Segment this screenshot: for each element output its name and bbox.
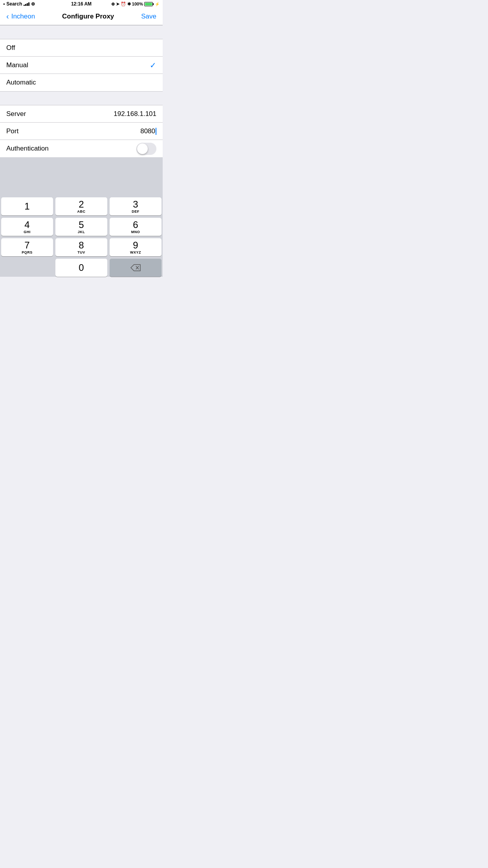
auth-label: Authentication xyxy=(6,145,49,153)
keyboard-row-1: 1 2 ABC 3 DEF xyxy=(1,197,161,215)
key-4-letters: GHI xyxy=(24,230,31,234)
key-6-number: 6 xyxy=(133,220,138,230)
server-label: Server xyxy=(6,110,26,118)
back-chevron-icon: ‹ xyxy=(6,12,9,21)
battery-icon xyxy=(144,2,154,6)
signal-bars xyxy=(24,2,29,6)
key-2-letters: ABC xyxy=(77,210,86,213)
wifi-icon: ⊜ xyxy=(31,1,35,7)
key-5[interactable]: 5 JKL xyxy=(55,218,107,236)
nav-bar: ‹ Incheon Configure Proxy Save xyxy=(0,8,163,25)
alarm-icon: ⏰ xyxy=(121,2,126,7)
key-1-number: 1 xyxy=(24,202,29,211)
key-3[interactable]: 3 DEF xyxy=(110,197,161,215)
bar2 xyxy=(25,4,26,6)
key-8[interactable]: 8 TUV xyxy=(55,238,107,256)
auth-row[interactable]: Authentication xyxy=(0,140,163,157)
battery-percent: 100% xyxy=(132,2,143,6)
key-3-number: 3 xyxy=(133,200,138,209)
server-value: 192.168.1.101 xyxy=(114,110,156,118)
status-right: ⊕ ➤ ⏰ ✱ 100% ⚡ xyxy=(111,2,160,7)
at-icon: ⊕ xyxy=(111,2,115,7)
key-7-letters: PQRS xyxy=(22,250,33,254)
key-8-letters: TUV xyxy=(77,250,85,254)
key-7-number: 7 xyxy=(24,241,29,250)
option-off-label: Off xyxy=(6,44,15,52)
option-automatic-label: Automatic xyxy=(6,79,36,86)
key-0-number: 0 xyxy=(79,263,84,272)
status-time: 12:16 AM xyxy=(71,1,92,7)
status-left: ▪ Search ⊜ xyxy=(3,1,35,7)
proxy-settings-group: Server 192.168.1.101 Port 8080 Authentic… xyxy=(0,105,163,157)
text-cursor xyxy=(156,128,156,135)
keyboard-row-4: 0 xyxy=(1,259,161,277)
key-5-number: 5 xyxy=(79,220,84,230)
option-off-row[interactable]: Off xyxy=(0,39,163,57)
back-button[interactable]: ‹ Incheon xyxy=(6,12,35,21)
charging-icon: ⚡ xyxy=(155,2,160,6)
save-button[interactable]: Save xyxy=(141,13,156,20)
key-5-letters: JKL xyxy=(78,230,85,234)
bar1 xyxy=(24,5,25,6)
key-6-letters: MNO xyxy=(131,230,140,234)
key-1[interactable]: 1 xyxy=(1,197,53,215)
port-number: 8080 xyxy=(140,127,155,135)
port-label: Port xyxy=(6,127,18,135)
bar4 xyxy=(28,2,29,6)
location-icon: ➤ xyxy=(116,2,119,7)
auth-toggle[interactable] xyxy=(136,143,156,155)
option-manual-label: Manual xyxy=(6,61,28,69)
option-automatic-row[interactable]: Automatic xyxy=(0,74,163,91)
key-9[interactable]: 9 WXYZ xyxy=(110,238,161,256)
keyboard: 1 2 ABC 3 DEF 4 GHI 5 JKL 6 MNO 7 PQRS xyxy=(0,195,163,277)
key-9-letters: WXYZ xyxy=(130,250,141,254)
back-label: Incheon xyxy=(11,13,35,20)
bar3 xyxy=(27,3,28,6)
port-row[interactable]: Port 8080 xyxy=(0,123,163,140)
server-row[interactable]: Server 192.168.1.101 xyxy=(0,105,163,123)
top-separator xyxy=(0,25,163,39)
key-2[interactable]: 2 ABC xyxy=(55,197,107,215)
key-6[interactable]: 6 MNO xyxy=(110,218,161,236)
key-3-letters: DEF xyxy=(132,210,139,213)
checkmark-icon: ✓ xyxy=(150,61,156,70)
port-value: 8080 xyxy=(140,127,156,135)
key-9-number: 9 xyxy=(133,241,138,250)
key-8-number: 8 xyxy=(79,241,84,250)
key-2-number: 2 xyxy=(79,200,84,209)
proxy-options-group: Off Manual ✓ Automatic xyxy=(0,39,163,91)
middle-separator xyxy=(0,91,163,105)
delete-icon xyxy=(130,264,141,271)
key-empty xyxy=(1,259,53,277)
nav-title: Configure Proxy xyxy=(62,13,114,20)
key-4[interactable]: 4 GHI xyxy=(1,218,53,236)
app-icon: ▪ xyxy=(3,1,5,7)
option-manual-row[interactable]: Manual ✓ xyxy=(0,57,163,74)
key-7[interactable]: 7 PQRS xyxy=(1,238,53,256)
gray-spacer xyxy=(0,157,163,195)
app-name: Search xyxy=(6,1,22,7)
bluetooth-icon: ✱ xyxy=(127,2,131,7)
key-0[interactable]: 0 xyxy=(55,259,107,277)
status-bar: ▪ Search ⊜ 12:16 AM ⊕ ➤ ⏰ ✱ 100% ⚡ xyxy=(0,0,163,8)
key-delete[interactable] xyxy=(110,259,161,277)
keyboard-row-3: 7 PQRS 8 TUV 9 WXYZ xyxy=(1,238,161,256)
toggle-knob xyxy=(137,143,148,154)
key-4-number: 4 xyxy=(24,220,29,230)
keyboard-row-2: 4 GHI 5 JKL 6 MNO xyxy=(1,218,161,236)
